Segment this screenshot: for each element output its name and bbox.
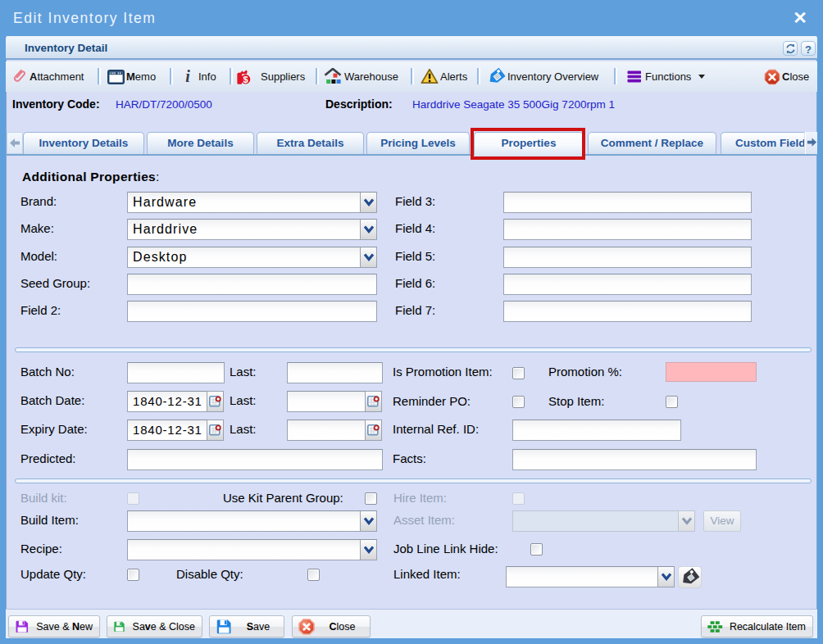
svg-text:$: $	[243, 75, 248, 84]
